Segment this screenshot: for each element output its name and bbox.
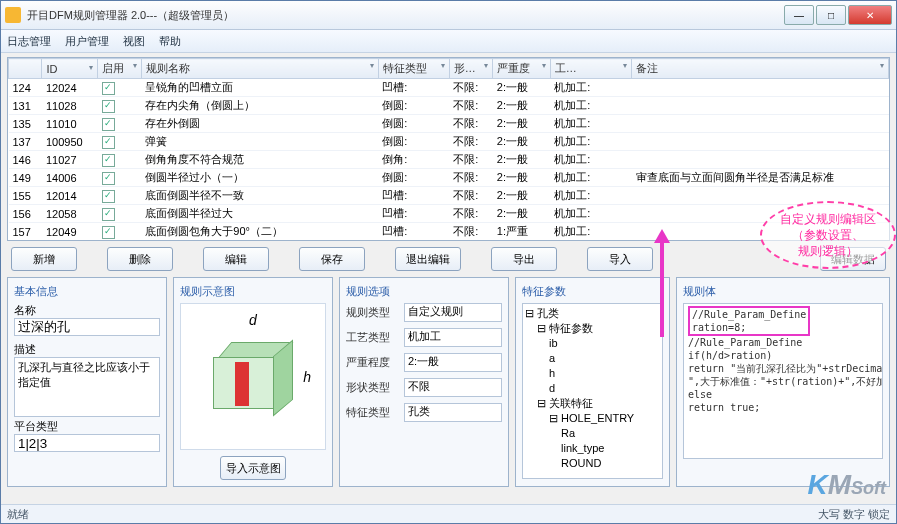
ruletype-label: 规则类型 — [346, 305, 400, 320]
app-window: 开目DFM规则管理器 2.0---（超级管理员） — □ ✕ 日志管理 用户管理… — [0, 0, 897, 524]
severity-label: 严重程度 — [346, 355, 400, 370]
diagram-header: 规则示意图 — [180, 284, 326, 299]
menu-help[interactable]: 帮助 — [159, 34, 181, 49]
rule-body-panel: 规则体 //Rule_Param_Define ration=8; //Rule… — [676, 277, 890, 487]
exit-edit-button[interactable]: 退出编辑 — [395, 247, 461, 271]
column-header[interactable]: 工…▾ — [550, 59, 632, 79]
feature-param-panel: 特征参数 ⊟ 孔类⊟ 特征参数ibahd⊟ 关联特征⊟ HOLE_ENTRYRa… — [515, 277, 670, 487]
import-diagram-button[interactable]: 导入示意图 — [220, 456, 286, 480]
table-row[interactable]: 13111028✓存在内尖角（倒圆上）倒圆:不限:2:一般机加工: — [9, 97, 889, 115]
desc-label: 描述 — [14, 342, 160, 357]
proctype-select[interactable]: 机加工 — [404, 328, 502, 347]
proctype-label: 工艺类型 — [346, 330, 400, 345]
annotation-arrow-stem — [660, 237, 664, 337]
column-header[interactable]: 严重度▾ — [493, 59, 550, 79]
annotation-arrow-head — [654, 229, 670, 243]
edit-button[interactable]: 编辑 — [203, 247, 269, 271]
detail-area: 基本信息 名称 描述 平台类型 规则示意图 d h 导入示意图 规则选项 规则类… — [1, 277, 896, 491]
desc-input[interactable] — [14, 357, 160, 417]
enable-checkbox[interactable]: ✓ — [102, 172, 115, 185]
column-header[interactable]: ID▾ — [42, 59, 98, 79]
table-row[interactable]: 14914006✓倒圆半径过小（一）倒圆:不限:2:一般机加工:审查底面与立面间… — [9, 169, 889, 187]
name-label: 名称 — [14, 303, 160, 318]
tree-node[interactable]: ⊟ 关联特征 — [525, 396, 660, 411]
tree-node[interactable]: a — [525, 351, 660, 366]
tree-node[interactable]: link_type — [525, 441, 660, 456]
name-input[interactable] — [14, 318, 160, 336]
feature-select[interactable]: 孔类 — [404, 403, 502, 422]
shape-label: 形状类型 — [346, 380, 400, 395]
close-button[interactable]: ✕ — [848, 5, 892, 25]
enable-checkbox[interactable]: ✓ — [102, 190, 115, 203]
enable-checkbox[interactable]: ✓ — [102, 82, 115, 95]
status-left: 就绪 — [7, 507, 29, 522]
ruletype-select[interactable]: 自定义规则 — [404, 303, 502, 322]
statusbar: 就绪 大写 数字 锁定 — [1, 504, 896, 523]
diagram-image: d h — [180, 303, 326, 450]
enable-checkbox[interactable]: ✓ — [102, 136, 115, 149]
app-icon — [5, 7, 21, 23]
tree-node[interactable]: Ra — [525, 426, 660, 441]
menu-log[interactable]: 日志管理 — [7, 34, 51, 49]
table-row[interactable]: 137100950✓弹簧倒圆:不限:2:一般机加工: — [9, 133, 889, 151]
window-title: 开目DFM规则管理器 2.0---（超级管理员） — [27, 8, 784, 23]
column-header[interactable]: 特征类型▾ — [378, 59, 449, 79]
table-row[interactable]: 12412024✓呈锐角的凹槽立面凹槽:不限:2:一般机加工: — [9, 79, 889, 97]
rule-body-header: 规则体 — [683, 284, 883, 299]
save-button[interactable]: 保存 — [299, 247, 365, 271]
table-row[interactable]: 15612058✓底面倒圆半径过大凹槽:不限:2:一般机加工: — [9, 205, 889, 223]
options-header: 规则选项 — [346, 284, 502, 299]
tree-node[interactable]: ⊟ 特征参数 — [525, 321, 660, 336]
feature-label: 特征类型 — [346, 405, 400, 420]
basic-info-panel: 基本信息 名称 描述 平台类型 — [7, 277, 167, 487]
table-row[interactable]: 14611027✓倒角角度不符合规范倒角:不限:2:一般机加工: — [9, 151, 889, 169]
feature-tree[interactable]: ⊟ 孔类⊟ 特征参数ibahd⊟ 关联特征⊟ HOLE_ENTRYRalink_… — [522, 303, 663, 479]
diagram-panel: 规则示意图 d h 导入示意图 — [173, 277, 333, 487]
diagram-d-label: d — [249, 312, 257, 328]
tree-node[interactable]: ROUND — [525, 456, 660, 471]
maximize-button[interactable]: □ — [816, 5, 846, 25]
column-header[interactable]: 规则名称▾ — [141, 59, 378, 79]
enable-checkbox[interactable]: ✓ — [102, 208, 115, 221]
diagram-h-label: h — [303, 369, 311, 385]
enable-checkbox[interactable]: ✓ — [102, 100, 115, 113]
shape-select[interactable]: 不限 — [404, 378, 502, 397]
platform-input[interactable] — [14, 434, 160, 452]
severity-select[interactable]: 2:一般 — [404, 353, 502, 372]
menubar: 日志管理 用户管理 视图 帮助 — [1, 30, 896, 53]
table-row[interactable]: 13511010✓存在外倒圆倒圆:不限:2:一般机加工: — [9, 115, 889, 133]
tree-node[interactable]: d — [525, 381, 660, 396]
enable-checkbox[interactable]: ✓ — [102, 226, 115, 239]
menu-view[interactable]: 视图 — [123, 34, 145, 49]
platform-label: 平台类型 — [14, 419, 160, 434]
column-header[interactable]: 形…▾ — [449, 59, 493, 79]
toolbar: 新增 删除 编辑 保存 退出编辑 导出 导入 编辑数据 — [1, 241, 896, 277]
tree-node[interactable]: ⊟ 孔类 — [525, 306, 660, 321]
rule-code-editor[interactable]: //Rule_Param_Define ration=8; //Rule_Par… — [683, 303, 883, 459]
delete-button[interactable]: 删除 — [107, 247, 173, 271]
status-right: 大写 数字 锁定 — [818, 507, 890, 522]
menu-user[interactable]: 用户管理 — [65, 34, 109, 49]
table-row[interactable]: 15512014✓底面倒圆半径不一致凹槽:不限:2:一般机加工: — [9, 187, 889, 205]
column-header[interactable]: 备注▾ — [632, 59, 889, 79]
tree-node[interactable]: ⊟ HOLE_ENTRY — [525, 411, 660, 426]
edit-data-button[interactable]: 编辑数据 — [820, 247, 886, 271]
enable-checkbox[interactable]: ✓ — [102, 118, 115, 131]
basic-info-header: 基本信息 — [14, 284, 160, 299]
options-panel: 规则选项 规则类型自定义规则 工艺类型机加工 严重程度2:一般 形状类型不限 特… — [339, 277, 509, 487]
enable-checkbox[interactable]: ✓ — [102, 154, 115, 167]
export-button[interactable]: 导出 — [491, 247, 557, 271]
table-row[interactable]: 15712049✓底面倒圆包角大于90°（二）凹槽:不限:1:严重机加工: — [9, 223, 889, 241]
tree-node[interactable]: ib — [525, 336, 660, 351]
column-header[interactable]: 启用▾ — [98, 59, 142, 79]
add-button[interactable]: 新增 — [11, 247, 77, 271]
tree-node[interactable]: h — [525, 366, 660, 381]
column-header[interactable] — [9, 59, 42, 79]
import-button[interactable]: 导入 — [587, 247, 653, 271]
titlebar: 开目DFM规则管理器 2.0---（超级管理员） — □ ✕ — [1, 1, 896, 30]
feature-param-header: 特征参数 — [522, 284, 663, 299]
minimize-button[interactable]: — — [784, 5, 814, 25]
rules-grid[interactable]: ID▾启用▾规则名称▾特征类型▾形…▾严重度▾工…▾备注▾ 12412024✓呈… — [7, 57, 890, 241]
